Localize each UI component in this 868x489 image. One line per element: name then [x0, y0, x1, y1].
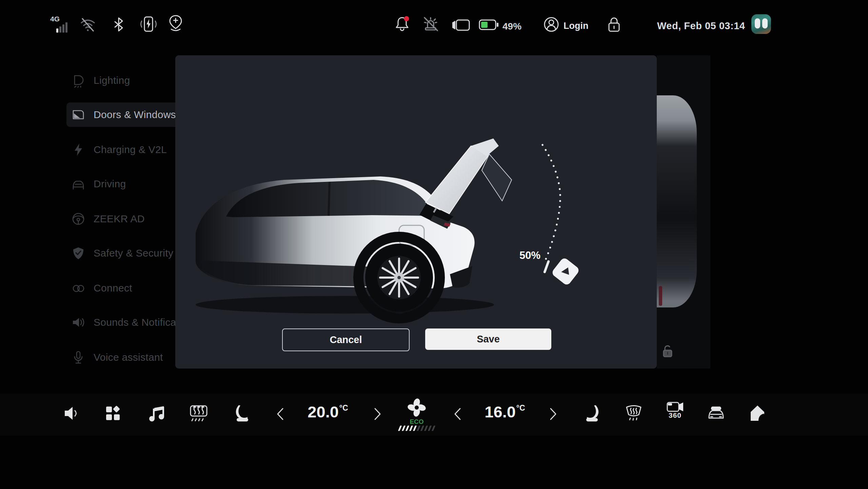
front-defrost-icon[interactable]	[624, 404, 644, 424]
vehicle-icon[interactable]	[706, 404, 726, 423]
music-icon[interactable]	[147, 404, 167, 423]
sidebar-item-label: ZEEKR AD	[94, 213, 145, 225]
sidebar-item-voice-assistant[interactable]: Voice assistant	[66, 345, 184, 370]
sidebar-item-label: Lighting	[94, 75, 130, 86]
phone-wireless-charging-icon[interactable]	[139, 15, 158, 34]
sidebar-item-label: Safety & Security	[94, 247, 173, 259]
wifi-off-icon[interactable]	[79, 16, 96, 33]
chevron-left-icon[interactable]	[452, 406, 463, 422]
car-top-view-partial	[657, 95, 697, 307]
dashcam-icon[interactable]	[451, 18, 471, 32]
network-type-label: 4G	[50, 15, 60, 23]
passenger-temperature: 16.0°C	[485, 402, 525, 421]
datetime-label: Wed, Feb 05 03:14	[657, 20, 745, 32]
camera-360-icon[interactable]: 360	[665, 401, 685, 419]
chevron-left-icon[interactable]	[275, 406, 286, 422]
rear-defrost-icon[interactable]	[189, 404, 209, 424]
sidebar-item-label: Driving	[94, 178, 126, 190]
bell-icon[interactable]	[393, 15, 412, 34]
background-page-strip	[657, 55, 710, 369]
chevron-right-icon[interactable]	[547, 406, 559, 422]
login-label[interactable]: Login	[564, 21, 588, 31]
taillight-sliver	[659, 286, 662, 306]
sidebar-item-label: Voice assistant	[94, 352, 163, 363]
apps-icon[interactable]	[103, 404, 122, 423]
sidebar-item-driving[interactable]: Driving	[66, 172, 184, 196]
signal-4g-icon[interactable]: 4G	[50, 15, 76, 34]
sidebar-item-label: Charging & V2L	[94, 144, 167, 155]
siren-off-icon[interactable]	[422, 15, 441, 34]
sidebar-item-zeekr-ad[interactable]: ZEEKR AD	[66, 207, 184, 231]
location-icon[interactable]	[167, 14, 184, 33]
unlock-icon	[661, 344, 674, 359]
sidebar-item-lighting[interactable]: Lighting	[66, 68, 184, 93]
lock-icon[interactable]	[606, 16, 623, 33]
slider-tick	[543, 260, 550, 274]
assistant-avatar[interactable]	[751, 14, 771, 34]
fan-speed-indicator	[398, 426, 435, 431]
battery-percent-label: 49%	[502, 21, 521, 32]
tailgate-open-percentage: 50%	[513, 249, 540, 262]
eco-mode-label: ECO	[410, 418, 423, 426]
chevron-right-icon[interactable]	[372, 406, 383, 422]
signal-bars	[56, 22, 68, 33]
seat-heat-left-icon[interactable]	[231, 404, 251, 423]
sidebar-item-label: Sounds & Notificat	[94, 317, 179, 328]
fan-icon[interactable]	[407, 398, 427, 417]
infotainment-screen: 4G	[0, 0, 868, 489]
driver-temperature: 20.0°C	[308, 402, 348, 421]
sidebar-item-safety-security[interactable]: Safety & Security	[66, 241, 184, 265]
user-icon[interactable]	[542, 16, 560, 33]
tailgate-height-dialog: 50% Cancel Save	[175, 55, 657, 369]
slider-diamond-handle	[551, 257, 580, 286]
save-button[interactable]: Save	[425, 328, 551, 350]
climate-dock: 20.0°C ECO 16.0°C	[0, 394, 868, 436]
seat-heat-right-icon[interactable]	[584, 404, 603, 423]
bluetooth-icon[interactable]	[111, 16, 127, 33]
sidebar-item-charging-v2l[interactable]: Charging & V2L	[66, 137, 184, 162]
sidebar-item-connect[interactable]: Connect	[66, 276, 184, 300]
battery-icon	[479, 19, 499, 31]
slider-arc-track	[542, 145, 560, 261]
car-side-tailgate-open-image	[182, 115, 514, 325]
home-icon[interactable]	[748, 404, 768, 423]
notification-badge	[404, 16, 409, 21]
cancel-button[interactable]: Cancel	[282, 328, 410, 351]
volume-icon[interactable]	[63, 404, 82, 423]
sidebar-item-label: Doors & Windows	[94, 109, 176, 120]
tailgate-height-slider[interactable]	[528, 133, 609, 293]
battery-fill	[481, 22, 488, 28]
sidebar-item-sounds-notifications[interactable]: Sounds & Notificat	[66, 310, 184, 335]
sidebar-item-label: Connect	[94, 282, 132, 294]
camera-360-label: 360	[665, 411, 685, 419]
sidebar-item-doors-windows[interactable]: Doors & Windows	[66, 102, 184, 127]
